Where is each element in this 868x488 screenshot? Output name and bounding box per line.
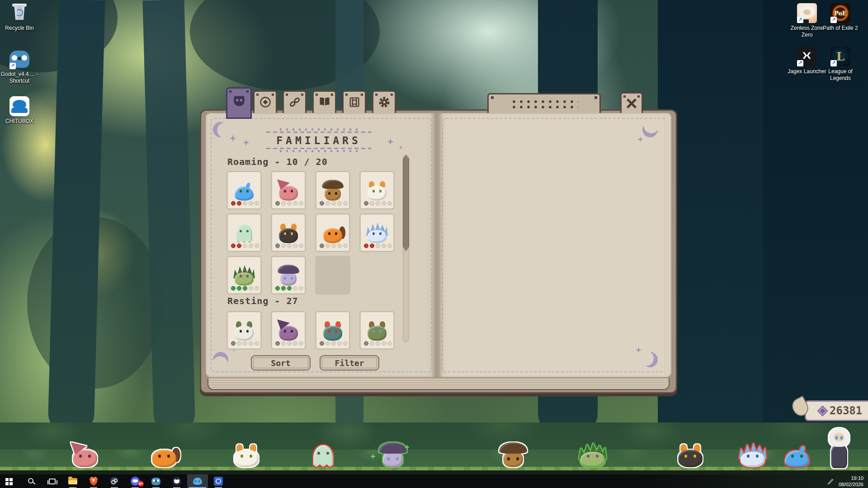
task-view-icon: [49, 479, 56, 484]
shortcut-arrow-icon: ↗: [830, 60, 837, 66]
ground-creature-blue-slime[interactable]: [782, 441, 812, 471]
pip-empty: [382, 244, 386, 248]
creature-leaf-bush: [232, 263, 256, 287]
familiar-slot-ember-mouse[interactable]: [271, 213, 306, 252]
creature-mushroom: [378, 441, 408, 469]
taskbar-godot[interactable]: [146, 474, 166, 488]
ground-creature-pink-dragon[interactable]: [70, 441, 100, 471]
taskbar-game-familiars[interactable]: [187, 474, 208, 488]
familiar-slot-red-panda[interactable]: [315, 213, 350, 252]
pip-empty: [255, 286, 259, 291]
familiar-slot-mushroom[interactable]: [271, 256, 306, 295]
creature-mushroom: [277, 263, 300, 287]
taskbar-chitubox[interactable]: [208, 474, 229, 488]
ground-creature-mushroom[interactable]: [378, 441, 408, 471]
diamond-row-decoration: [276, 128, 361, 131]
familiar-slot-sleepy-dragon[interactable]: [271, 311, 306, 350]
pip-filled: [364, 244, 368, 248]
familiar-slot-moss-panda[interactable]: [226, 311, 262, 350]
task-view-button[interactable]: [42, 474, 62, 488]
sort-button[interactable]: Sort: [251, 355, 311, 371]
ground-creature-frost-hedgehog[interactable]: [738, 441, 768, 471]
familiar-slot-mane-lion[interactable]: [315, 311, 350, 350]
desktop-icon-league-of-legends[interactable]: L ↗ League of Legends: [821, 46, 860, 82]
chitubox-app-icon: [214, 477, 223, 486]
chitubox-icon: [9, 96, 30, 117]
pip-filled: [275, 286, 280, 291]
start-button[interactable]: [0, 474, 21, 488]
ground-creature-ember-mouse[interactable]: [675, 441, 705, 471]
taskbar-steam[interactable]: [104, 474, 125, 488]
familiars-scrollbar-thumb[interactable]: [403, 155, 409, 251]
creature-pink-dragon: [70, 441, 100, 469]
desktop-icon-label: League of Legends: [821, 68, 860, 82]
taskbar-discord[interactable]: 9+: [125, 474, 146, 488]
search-button[interactable]: [21, 474, 42, 488]
creature-green-ghost: [232, 221, 256, 244]
ground-creature-librarian[interactable]: [825, 427, 854, 471]
close-tab-button[interactable]: [620, 92, 643, 116]
familiar-slot-blue-slime[interactable]: [226, 171, 262, 210]
familiar-slot-green-ghost[interactable]: [226, 213, 262, 252]
filter-button[interactable]: Filter: [320, 355, 379, 371]
ground-creature-green-ghost[interactable]: [308, 441, 338, 471]
clock-time: 19:10: [839, 475, 863, 481]
pip-empty: [255, 244, 259, 248]
diamond-row-decoration: [276, 150, 361, 153]
bond-pips: [364, 201, 392, 206]
pip-empty: [293, 286, 297, 291]
bond-pips: [231, 244, 259, 248]
desktop-icon-path-of-exile-2[interactable]: PoE ↗ Path of Exile 2: [821, 3, 860, 32]
desktop-icon-label: Godot_v4.4.... - Shortcut: [0, 71, 39, 84]
pip-empty: [331, 201, 336, 206]
bond-pips: [231, 201, 259, 206]
taskbar-clock[interactable]: 19:10 08/02/2026: [839, 475, 863, 488]
pip-filled: [237, 201, 241, 206]
familiar-slot-frost-hedgehog[interactable]: [359, 213, 395, 252]
desktop-icon-godot[interactable]: ↗ Godot_v4.4.... - Shortcut: [0, 49, 39, 84]
familiar-slot-empty: [315, 256, 350, 295]
creature-ember-mouse: [675, 441, 705, 469]
taskbar-file-explorer[interactable]: [62, 474, 83, 488]
game-slime-icon: [193, 478, 202, 485]
taskbar-brave[interactable]: [83, 474, 104, 488]
creature-librarian: [825, 427, 854, 469]
bond-pips: [275, 244, 303, 248]
desktop-icon-recycle-bin[interactable]: Recycle Bin: [0, 3, 39, 32]
right-page: [437, 113, 671, 377]
jagex-launcher-icon: ↗: [797, 46, 817, 67]
ground-creature-acorn[interactable]: [498, 441, 528, 471]
desktop-icon-chitubox[interactable]: CHITUBOX: [0, 96, 39, 125]
taskbar-github[interactable]: [166, 474, 187, 488]
ground-creature-red-panda[interactable]: [149, 441, 179, 471]
system-tray: 19:10 08/02/2026: [827, 475, 868, 488]
pen-icon[interactable]: [827, 478, 834, 485]
ground-creature-calico-cat[interactable]: [231, 441, 261, 471]
pip-empty: [281, 201, 286, 206]
pip-empty: [249, 244, 253, 248]
crate-icon: [348, 96, 361, 110]
pip-filled: [237, 286, 241, 291]
tab-familiars[interactable]: [226, 87, 252, 119]
creature-blue-slime: [232, 178, 256, 202]
bond-pips: [320, 201, 348, 206]
pip-empty: [337, 244, 342, 248]
familiar-slot-acorn[interactable]: [315, 171, 350, 210]
familiar-slot-calico-cat[interactable]: [359, 171, 395, 210]
ground-creature-leaf-bush[interactable]: [578, 441, 608, 471]
familiars-scrollbar-track[interactable]: [403, 155, 409, 342]
pip-empty: [243, 201, 247, 206]
path-of-exile-2-icon: PoE ↗: [830, 3, 851, 23]
familiar-slot-leaf-bush[interactable]: [226, 256, 262, 295]
creature-frost-hedgehog: [738, 441, 768, 469]
familiar-slot-forest-deer[interactable]: [359, 311, 395, 350]
desktop-icon-label: Path of Exile 2: [823, 25, 858, 32]
pip-empty: [387, 341, 392, 346]
pip-filled: [364, 341, 368, 346]
creature-mane-lion: [321, 319, 344, 342]
pip-empty: [249, 341, 253, 346]
familiar-slot-pink-dragon[interactable]: [271, 171, 306, 210]
gear-icon: [378, 96, 391, 110]
bookmark-tab[interactable]: [487, 93, 601, 116]
currency-gem-icon: [818, 407, 826, 415]
